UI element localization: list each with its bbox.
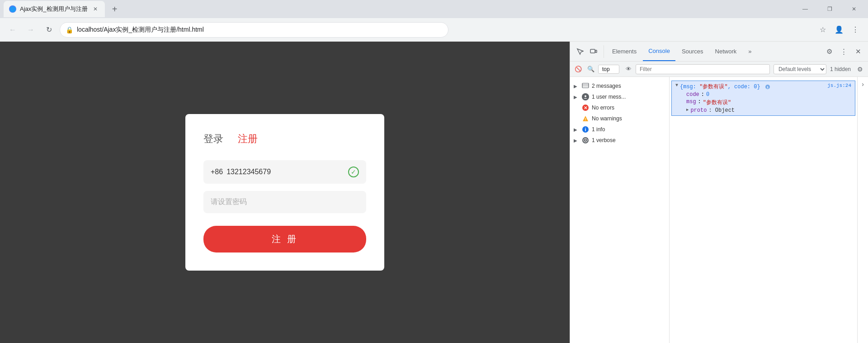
filter-icon[interactable]: 🔍 bbox=[585, 64, 596, 75]
password-input-wrap[interactable]: 请设置密码 bbox=[203, 191, 366, 213]
prop-msg-line: msg : "参数有误" bbox=[675, 99, 851, 106]
info-count: 1 info bbox=[592, 126, 605, 133]
sidebar-item-verbose[interactable]: ▶ 1 verbose bbox=[570, 135, 669, 146]
val-msg: "参数有误" bbox=[699, 84, 727, 90]
context-selector[interactable]: top bbox=[598, 65, 619, 74]
file-reference[interactable]: js.js:24 bbox=[827, 83, 851, 88]
obj-preview-text: {msg: "参数有误", code: 0} i bbox=[680, 83, 770, 91]
login-register-card: 登录 注册 +86 13212345679 ✓ 请设置密码 注 册 bbox=[185, 114, 384, 271]
lock-icon: 🔒 bbox=[66, 26, 73, 33]
hidden-count: 1 hidden bbox=[830, 66, 851, 72]
expand-triangle[interactable]: ▼ bbox=[675, 83, 678, 88]
key-msg-label: {msg: bbox=[680, 84, 699, 90]
back-button[interactable]: ← bbox=[5, 23, 20, 37]
tab-console[interactable]: Console bbox=[643, 42, 675, 61]
console-sidebar: ▶ 2 messages ▶ bbox=[570, 77, 670, 343]
browser-frame: 🌐 Ajax实例_检测用户与注册 ✕ + — ❐ ✕ ← → ↻ 🔒 local… bbox=[0, 0, 868, 343]
verbose-icon bbox=[582, 137, 589, 144]
svg-rect-1 bbox=[595, 50, 597, 52]
devtools-close-icon[interactable]: ✕ bbox=[852, 45, 864, 58]
device-toolbar-icon[interactable] bbox=[587, 45, 600, 58]
phone-verified-icon: ✓ bbox=[348, 167, 359, 177]
key-code: code bbox=[686, 91, 699, 98]
eye-icon[interactable]: 👁 bbox=[623, 64, 634, 75]
profile-icon[interactable]: 👤 bbox=[832, 23, 846, 37]
sidebar-item-errors[interactable]: ▶ ✕ No errors bbox=[570, 102, 669, 113]
browser-tab[interactable]: 🌐 Ajax实例_检测用户与注册 ✕ bbox=[4, 1, 105, 17]
svg-rect-2 bbox=[582, 83, 589, 88]
devtools-header: Elements Console Sources Network » ⚙ ⋮ ✕ bbox=[570, 42, 868, 62]
svg-rect-0 bbox=[590, 49, 595, 53]
console-main: ▼ {msg: "参数有误", code: 0} i js.js:24 code… bbox=[670, 77, 857, 343]
window-controls: — ❐ ✕ bbox=[795, 3, 864, 15]
devtools-more-icon[interactable]: ⋮ bbox=[837, 45, 850, 58]
devtools-toolbar: 🚫 🔍 top 👁 Default levels 1 hidden ⚙ bbox=[570, 62, 868, 77]
user-message-icon bbox=[582, 93, 589, 100]
devtools-panel: Elements Console Sources Network » ⚙ ⋮ ✕ bbox=[570, 42, 868, 343]
warning-icon: ! bbox=[582, 115, 589, 122]
title-bar: 🌐 Ajax实例_检测用户与注册 ✕ + — ❐ ✕ bbox=[0, 0, 868, 18]
sidebar-item-warnings[interactable]: ▶ ! No warnings bbox=[570, 113, 669, 124]
sidebar-item-info[interactable]: ▶ i 1 info bbox=[570, 124, 669, 135]
reload-button[interactable]: ↻ bbox=[42, 23, 56, 37]
phone-prefix: +86 bbox=[211, 168, 223, 176]
url-bar[interactable]: 🔒 localhost/Ajax实例_检测用户与注册/html.html bbox=[60, 22, 448, 38]
sidebar-item-user-messages[interactable]: ▶ 1 user mess... bbox=[570, 91, 669, 102]
val-msg-expanded: "参数有误" bbox=[703, 99, 731, 106]
expand-arrow-verbose: ▶ bbox=[574, 138, 579, 143]
error-icon: ✕ bbox=[582, 104, 589, 111]
user-messages-count: 1 user mess... bbox=[592, 94, 626, 100]
chevron-right-icon: › bbox=[862, 81, 864, 88]
close-button[interactable]: ✕ bbox=[844, 3, 864, 15]
console-entry-object: ▼ {msg: "参数有误", code: 0} i js.js:24 code… bbox=[671, 81, 855, 116]
colon-1: : bbox=[701, 91, 704, 98]
inspect-element-icon[interactable] bbox=[574, 45, 586, 58]
tab-network[interactable]: Network bbox=[710, 42, 742, 61]
prop-proto-line: ▶ proto : Object bbox=[675, 107, 851, 114]
val-code: 0 bbox=[706, 91, 709, 98]
page-content: 登录 注册 +86 13212345679 ✓ 请设置密码 注 册 bbox=[0, 42, 570, 343]
tab-close-button[interactable]: ✕ bbox=[91, 5, 99, 13]
url-text: localhost/Ajax实例_检测用户与注册/html.html bbox=[77, 26, 443, 34]
messages-count: 2 messages bbox=[592, 83, 621, 89]
info-icon: i bbox=[582, 126, 589, 133]
tab-title: Ajax实例_检测用户与注册 bbox=[20, 5, 88, 13]
devtools-left-icons bbox=[574, 45, 604, 58]
tab-more[interactable]: » bbox=[743, 42, 757, 61]
register-tab[interactable]: 注册 bbox=[238, 132, 258, 146]
maximize-button[interactable]: ❐ bbox=[819, 3, 840, 15]
forward-button[interactable]: → bbox=[24, 23, 38, 37]
password-placeholder: 请设置密码 bbox=[211, 198, 247, 205]
main-content: 登录 注册 +86 13212345679 ✓ 请设置密码 注 册 bbox=[0, 42, 868, 343]
expand-arrow-messages: ▶ bbox=[574, 84, 579, 89]
login-tab[interactable]: 登录 bbox=[203, 132, 223, 146]
console-settings-icon[interactable]: ⚙ bbox=[854, 64, 865, 75]
address-bar: ← → ↻ 🔒 localhost/Ajax实例_检测用户与注册/html.ht… bbox=[0, 18, 868, 42]
svg-point-10 bbox=[585, 138, 585, 139]
register-button[interactable]: 注 册 bbox=[203, 226, 366, 252]
comma-code: , code: bbox=[728, 84, 754, 90]
minimize-button[interactable]: — bbox=[795, 3, 816, 15]
menu-icon[interactable]: ⋮ bbox=[848, 23, 863, 37]
right-expand-panel[interactable]: › bbox=[857, 77, 868, 343]
card-tabs: 登录 注册 bbox=[203, 132, 366, 146]
levels-selector[interactable]: Default levels bbox=[774, 64, 826, 74]
new-tab-button[interactable]: + bbox=[108, 3, 121, 15]
phone-number-display: 13212345679 bbox=[226, 168, 344, 176]
bookmark-icon[interactable]: ☆ bbox=[816, 23, 830, 37]
warnings-count: No warnings bbox=[592, 115, 622, 122]
devtools-body: ▶ 2 messages ▶ bbox=[570, 77, 868, 343]
filter-input[interactable] bbox=[636, 64, 770, 74]
tab-favicon: 🌐 bbox=[9, 5, 16, 13]
svg-text:!: ! bbox=[585, 117, 586, 121]
clear-console-icon[interactable]: 🚫 bbox=[573, 64, 584, 75]
tab-elements[interactable]: Elements bbox=[607, 42, 642, 61]
expand-arrow-user: ▶ bbox=[574, 95, 579, 100]
address-actions: ☆ 👤 ⋮ bbox=[816, 23, 863, 37]
sidebar-item-messages[interactable]: ▶ 2 messages bbox=[570, 81, 669, 91]
devtools-settings-icon[interactable]: ⚙ bbox=[823, 45, 835, 58]
colon-2: : bbox=[698, 99, 701, 105]
tab-sources[interactable]: Sources bbox=[676, 42, 709, 61]
phone-input-wrap[interactable]: +86 13212345679 ✓ bbox=[203, 160, 366, 184]
expand-proto[interactable]: ▶ bbox=[686, 107, 689, 112]
